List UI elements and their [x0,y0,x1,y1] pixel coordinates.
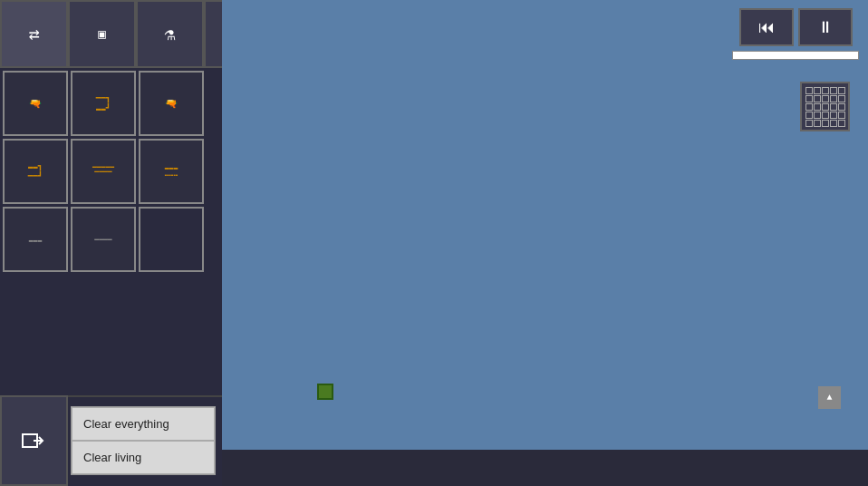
grid-item-2[interactable]: ━━┓▬▬┛ [71,71,136,136]
weapon-icon-6: ▬▬▬╍╍╍ [165,163,178,180]
grid-icon [805,87,845,127]
clear-menu: Clear everything Clear living [71,406,216,475]
weapon-icon-2: ━━┓▬▬┛ [96,93,111,113]
weapon-icon-4: ▬▬┓━━┛ [28,161,43,181]
weapon-icon-3: 🔫 [165,98,178,110]
weapon-icon-8: ━━━━ [94,236,111,244]
grid-item-7[interactable]: ▬▬▬ [3,207,68,272]
exit-button[interactable] [0,395,68,486]
switch-button[interactable]: ⇄ [0,0,68,68]
switch-icon: ⇄ [28,23,39,45]
bottom-left-panel: Clear everything Clear living [0,395,222,486]
bottom-bar [222,450,868,486]
potion-icon: ⚗ [164,23,175,45]
grid-item-3[interactable]: 🔫 [139,71,204,136]
grid-toggle-button[interactable] [800,82,850,131]
blank-icon: ▣ [98,26,105,42]
weapon-icon-7: ▬▬▬ [29,236,42,244]
progress-bar [733,52,858,59]
blank-button[interactable]: ▣ [68,0,136,68]
pause-button[interactable]: ⏸ [798,8,853,46]
pause-icon: ⏸ [817,18,834,37]
grid-item-5[interactable]: ━━━━━▔▔▔▔ [71,139,136,204]
rewind-button[interactable]: ⏮ [739,8,794,46]
weapon-icon-1: 🔫 [29,98,42,110]
game-object [317,384,333,400]
grid-item-4[interactable]: ▬▬┓━━┛ [3,139,68,204]
clear-everything-button[interactable]: Clear everything [72,407,215,441]
spawn-icon: ▲ [818,386,841,409]
rewind-icon: ⏮ [758,18,775,37]
weapon-icon-5: ━━━━━▔▔▔▔ [92,163,114,180]
clear-living-button[interactable]: Clear living [72,441,215,474]
grid-item-9[interactable] [139,207,204,272]
exit-icon [21,427,48,454]
toolbar: ⇄ ▣ ⚗ ? [0,0,222,68]
potion-button[interactable]: ⚗ [136,0,204,68]
grid-item-6[interactable]: ▬▬▬╍╍╍ [139,139,204,204]
grid-item-1[interactable]: 🔫 [3,71,68,136]
grid-item-8[interactable]: ━━━━ [71,207,136,272]
progress-bar-container [732,51,859,60]
playback-buttons: ⏮ ⏸ [739,8,853,46]
top-right-controls: ⏮ ⏸ [723,0,868,68]
